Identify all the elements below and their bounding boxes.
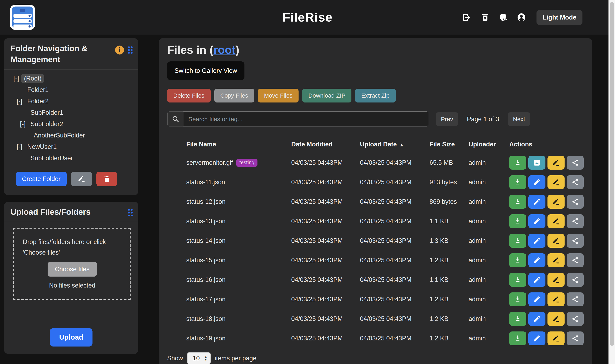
file-name[interactable]: status-19.json — [186, 335, 225, 342]
share-button[interactable] — [567, 175, 584, 189]
share-button[interactable] — [567, 214, 584, 228]
rename-button[interactable] — [548, 331, 564, 345]
file-name[interactable]: status-12.json — [186, 198, 225, 205]
info-icon[interactable]: i — [115, 46, 124, 54]
items-per-page-select[interactable]: 10▲▼ — [187, 352, 211, 364]
col-uploader[interactable]: Uploader — [469, 141, 509, 148]
file-name[interactable]: status-16.json — [186, 276, 225, 284]
upload-button[interactable]: Upload — [50, 328, 93, 347]
create-folder-button[interactable]: Create Folder — [16, 172, 67, 186]
tree-item-root[interactable]: [-] (Root) — [11, 73, 134, 84]
rename-button[interactable] — [548, 273, 564, 287]
share-button[interactable] — [567, 156, 584, 169]
page-scrollbar[interactable] — [608, 0, 615, 364]
file-name[interactable]: status-13.json — [186, 218, 225, 225]
edit-button[interactable] — [528, 331, 545, 345]
edit-button[interactable] — [528, 273, 545, 287]
edit-button[interactable] — [528, 312, 545, 326]
share-button[interactable] — [567, 253, 584, 267]
tree-label[interactable]: NewUser1 — [24, 142, 60, 151]
drag-handle-icon[interactable] — [128, 209, 133, 216]
download-button[interactable] — [509, 331, 526, 345]
download-button[interactable] — [509, 214, 526, 228]
delete-files-button[interactable]: Delete Files — [167, 89, 210, 103]
file-name[interactable]: servermonitor.gif — [186, 159, 233, 166]
admin-settings-icon[interactable] — [498, 13, 508, 22]
tree-label[interactable]: SubFolder2 — [28, 119, 66, 129]
rename-button[interactable] — [548, 253, 564, 267]
file-name[interactable]: status-17.json — [186, 296, 225, 303]
scrollbar-thumb[interactable] — [610, 2, 614, 346]
choose-files-button[interactable]: Choose files — [48, 262, 97, 277]
light-mode-button[interactable]: Light Mode — [537, 10, 582, 25]
edit-button[interactable] — [528, 253, 545, 267]
rename-button[interactable] — [548, 214, 564, 228]
preview-button[interactable] — [528, 156, 545, 169]
tree-item-folder2[interactable]: [-] Folder2 — [11, 96, 134, 107]
col-upload-date[interactable]: Upload Date▲ — [360, 141, 430, 148]
logout-icon[interactable] — [462, 13, 472, 22]
rename-button[interactable] — [548, 156, 564, 169]
share-button[interactable] — [567, 195, 584, 209]
tree-item-subfolder2[interactable]: [-] SubFolder2 — [11, 118, 134, 130]
tree-label[interactable]: Folder2 — [24, 97, 52, 106]
tree-item-newuser1[interactable]: [-] NewUser1 — [11, 141, 134, 153]
prev-page-button[interactable]: Prev — [436, 112, 458, 126]
tree-toggle[interactable]: [-] — [17, 98, 24, 105]
download-button[interactable] — [509, 195, 526, 209]
download-button[interactable] — [509, 156, 526, 169]
tree-item-subfolder1[interactable]: SubFolder1 — [11, 107, 134, 118]
col-file-size[interactable]: File Size — [430, 141, 469, 148]
download-button[interactable] — [509, 292, 526, 306]
file-name[interactable]: status-18.json — [186, 315, 225, 323]
root-folder-link[interactable]: root — [213, 43, 236, 56]
search-input[interactable] — [183, 111, 428, 127]
file-name[interactable]: status-15.json — [186, 257, 225, 264]
file-name[interactable]: status-14.json — [186, 237, 225, 245]
tree-toggle[interactable]: [-] — [13, 75, 21, 82]
tree-label[interactable]: (Root) — [21, 74, 44, 83]
file-name[interactable]: status-11.json — [186, 179, 225, 186]
tree-label[interactable]: AnotherSubFolder — [31, 131, 88, 140]
share-button[interactable] — [567, 273, 584, 287]
rename-button[interactable] — [548, 292, 564, 306]
tree-item-anothersubfolder[interactable]: AnotherSubFolder — [11, 130, 134, 141]
tree-toggle[interactable]: [-] — [17, 143, 24, 150]
rename-button[interactable] — [548, 312, 564, 326]
account-icon[interactable] — [517, 13, 526, 22]
move-files-button[interactable]: Move Files — [258, 89, 299, 103]
tree-label[interactable]: SubFolderUser — [28, 154, 76, 163]
col-date-modified[interactable]: Date Modified — [291, 141, 360, 148]
rename-button[interactable] — [548, 195, 564, 209]
share-button[interactable] — [567, 234, 584, 248]
share-button[interactable] — [567, 331, 584, 345]
tree-toggle[interactable]: [-] — [20, 120, 28, 128]
edit-button[interactable] — [528, 292, 545, 306]
share-button[interactable] — [567, 292, 584, 306]
share-button[interactable] — [567, 312, 584, 326]
restore-trash-icon[interactable] — [480, 13, 490, 22]
delete-folder-button[interactable] — [96, 172, 117, 186]
download-button[interactable] — [509, 175, 526, 189]
rename-button[interactable] — [548, 234, 564, 248]
download-button[interactable] — [509, 253, 526, 267]
extract-zip-button[interactable]: Extract Zip — [355, 89, 396, 103]
tree-label[interactable]: SubFolder1 — [28, 108, 66, 117]
tree-label[interactable]: Folder1 — [24, 85, 52, 94]
download-zip-button[interactable]: Download ZIP — [302, 89, 352, 103]
edit-button[interactable] — [528, 214, 545, 228]
rename-folder-button[interactable] — [71, 172, 92, 186]
next-page-button[interactable]: Next — [508, 112, 530, 126]
download-button[interactable] — [509, 234, 526, 248]
edit-button[interactable] — [528, 195, 545, 209]
download-button[interactable] — [509, 273, 526, 287]
copy-files-button[interactable]: Copy Files — [214, 89, 254, 103]
col-file-name[interactable]: File Name — [186, 141, 291, 148]
tree-item-subfolderuser[interactable]: SubFolderUser — [11, 153, 134, 164]
drag-handle-icon[interactable] — [128, 46, 133, 54]
file-dropzone[interactable]: Drop files/folders here or click 'Choose… — [13, 228, 131, 300]
edit-button[interactable] — [528, 234, 545, 248]
tree-item-folder1[interactable]: Folder1 — [11, 84, 134, 96]
switch-gallery-view-button[interactable]: Switch to Gallery View — [167, 61, 244, 80]
download-button[interactable] — [509, 312, 526, 326]
